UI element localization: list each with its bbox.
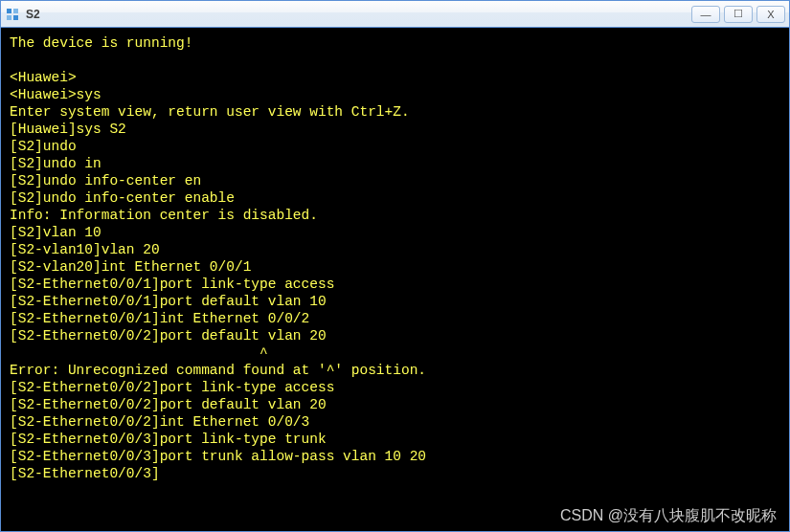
terminal-line: [S2-Ethernet0/0/3]port link-type trunk [10,431,780,448]
svg-rect-3 [13,15,18,20]
close-button[interactable]: X [756,6,785,23]
maximize-icon: ☐ [734,8,743,20]
terminal-line: [S2-Ethernet0/0/1]port link-type access [10,276,780,293]
terminal-line: [S2]undo in [10,155,780,172]
terminal-line: The device is running! [10,34,780,52]
terminal-line: [S2-vlan20]int Ethernet 0/0/1 [10,258,780,276]
terminal-line: [S2-Ethernet0/0/2]int Ethernet 0/0/3 [10,413,780,431]
terminal-line: Error: Unrecognized command found at '^'… [10,362,780,379]
terminal-line: Info: Information center is disabled. [10,207,780,224]
minimize-icon: — [701,9,711,20]
terminal-line [10,52,780,69]
terminal-line: ^ [10,344,780,362]
terminal-line: [Huawei]sys S2 [10,121,780,138]
terminal-line: [S2]undo info-center enable [10,189,780,207]
terminal-output[interactable]: The device is running! <Huawei><Huawei>s… [1,28,789,531]
svg-rect-1 [13,9,18,13]
terminal-line: [S2-Ethernet0/0/2]port link-type access [10,379,780,396]
terminal-line: [S2-Ethernet0/0/3]port trunk allow-pass … [10,448,780,465]
app-window: S2 — ☐ X The device is running! <Huawei>… [0,0,790,532]
terminal-line: [S2-vlan10]vlan 20 [10,241,780,258]
terminal-line: [S2-Ethernet0/0/3] [10,465,780,482]
terminal-line: [S2]vlan 10 [10,224,780,241]
terminal-line: <Huawei>sys [10,86,780,103]
minimize-button[interactable]: — [691,6,720,23]
svg-rect-0 [7,9,11,13]
window-title: S2 [26,8,691,21]
app-icon [5,7,20,22]
window-controls: — ☐ X [691,6,785,23]
terminal-line: Enter system view, return user view with… [10,103,780,121]
terminal-line: [S2]undo [10,138,780,155]
titlebar[interactable]: S2 — ☐ X [1,1,789,28]
terminal-line: [S2]undo info-center en [10,172,780,189]
terminal-line: [S2-Ethernet0/0/1]port default vlan 10 [10,293,780,310]
terminal-line: <Huawei> [10,69,780,86]
terminal-line: [S2-Ethernet0/0/1]int Ethernet 0/0/2 [10,310,780,327]
terminal-line: [S2-Ethernet0/0/2]port default vlan 20 [10,396,780,413]
terminal-line: [S2-Ethernet0/0/2]port default vlan 20 [10,327,780,344]
maximize-button[interactable]: ☐ [724,6,753,23]
svg-rect-2 [7,15,11,20]
close-icon: X [767,9,774,20]
